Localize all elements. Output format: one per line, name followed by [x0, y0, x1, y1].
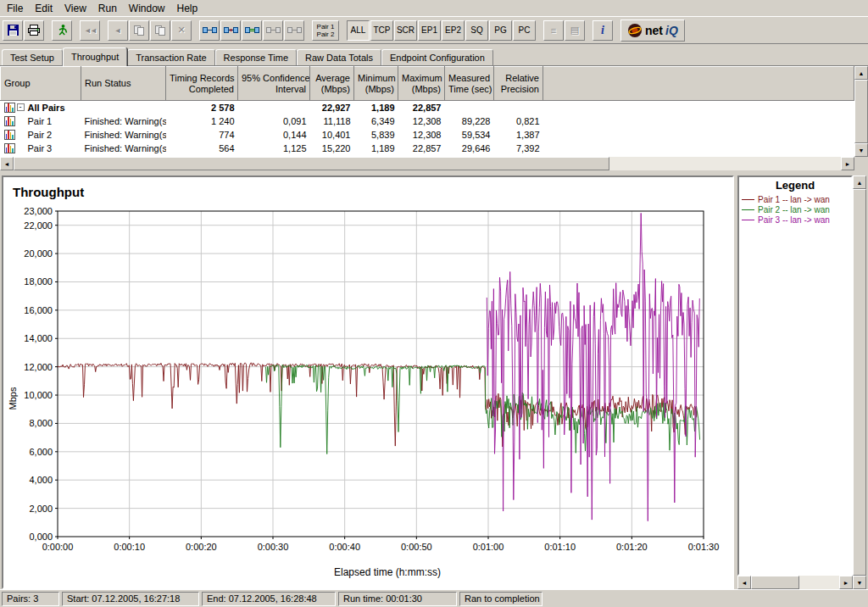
header-line2: (Mbps): [314, 84, 350, 95]
column-header-filler: [543, 67, 854, 101]
status-end-time: End: 07.12.2005, 16:28:48: [202, 592, 336, 606]
legend-hscroll-thumb[interactable]: [751, 576, 799, 589]
table-horizontal-scrollbar[interactable]: ◄ ►: [0, 157, 854, 170]
cell-precision: 0,821: [494, 114, 543, 128]
table-vertical-scrollbar[interactable]: ▲ ▼: [854, 66, 868, 157]
pair-disabled2-button[interactable]: [284, 20, 304, 41]
connect-pair-icon: [245, 24, 259, 36]
filter-button-ep1[interactable]: EP1: [418, 20, 441, 41]
tree-expander-icon[interactable]: -: [17, 103, 25, 111]
copy-button[interactable]: [129, 20, 149, 41]
delete-button[interactable]: ✕: [171, 20, 192, 41]
menu-view[interactable]: View: [58, 1, 92, 16]
tab-response-time[interactable]: Response Time: [215, 49, 297, 65]
run-test-button[interactable]: [52, 20, 72, 41]
legend-horizontal-scrollbar[interactable]: ◄ ►: [737, 576, 853, 589]
save-button[interactable]: [3, 20, 23, 41]
table-hscroll-thumb[interactable]: [14, 157, 609, 170]
cell-confidence: 0,091: [238, 114, 310, 128]
edit-pair-button[interactable]: [220, 20, 241, 41]
previous-icon: ◄: [114, 26, 122, 35]
pair-selector-button[interactable]: Pair 1 Pair 2: [312, 20, 339, 41]
scroll-down-icon[interactable]: ▼: [854, 143, 868, 157]
header-line1: Run Status: [85, 78, 162, 89]
tab-transaction-rate[interactable]: Transaction Rate: [127, 49, 214, 65]
column-header-group: Group: [1, 67, 81, 101]
table-row-all-pairs[interactable]: -All Pairs2 57822,9271,18922,857: [1, 101, 854, 114]
menu-file[interactable]: File: [1, 1, 29, 16]
series-pair-2: [266, 365, 700, 454]
cell-avg: 11,118: [310, 114, 354, 128]
delete-icon: ✕: [177, 25, 185, 36]
duplicate-button[interactable]: [150, 20, 170, 41]
legend-item-pair-1: Pair 1 -- lan -> wan: [739, 194, 851, 204]
svg-text:12,000: 12,000: [24, 362, 53, 372]
info-button[interactable]: i: [593, 20, 613, 41]
column-header-average: Average(Mbps): [310, 67, 354, 101]
legend-vertical-scrollbar[interactable]: ▲ ▼: [853, 175, 866, 589]
throughput-chart-panel: Throughput Mbps 0,0002,0004,0006,0008,00…: [2, 175, 734, 589]
scroll-left-icon[interactable]: ◄: [0, 157, 14, 170]
columns-view-button[interactable]: ▤: [565, 20, 585, 41]
filter-button-tcp[interactable]: TCP: [370, 20, 393, 41]
table-row-pair-1[interactable]: Pair 1Finished: Warning(s)1 2400,09111,1…: [1, 114, 854, 128]
scroll-right-icon[interactable]: ►: [839, 576, 853, 589]
filter-button-pg[interactable]: PG: [489, 20, 512, 41]
toolbar: ◄◄ ◄ ✕ Pair 1 Pair 2 ALLTCPSCREP1EP2SQPG…: [0, 16, 868, 44]
cell-run_status: Finished: Warning(s): [81, 142, 166, 155]
table-row-pair-3[interactable]: Pair 3Finished: Warning(s)5641,12515,220…: [1, 142, 854, 155]
menu-help[interactable]: Help: [171, 1, 204, 16]
filter-button-all[interactable]: ALL: [347, 20, 370, 41]
column-header-measured: MeasuredTime (sec): [445, 67, 494, 101]
print-button[interactable]: [24, 20, 44, 41]
filter-button-ep2[interactable]: EP2: [442, 20, 465, 41]
svg-text:4,000: 4,000: [29, 475, 53, 485]
svg-text:10,000: 10,000: [24, 390, 53, 400]
filter-button-pc[interactable]: PC: [513, 20, 536, 41]
previous-button[interactable]: ◄: [108, 20, 128, 41]
tab-endpoint-configuration[interactable]: Endpoint Configuration: [381, 49, 493, 65]
cell-filler: [543, 114, 854, 128]
scroll-left-icon[interactable]: ◄: [737, 576, 751, 589]
legend-vscroll-thumb[interactable]: [853, 189, 866, 576]
table-vscroll-thumb[interactable]: [854, 80, 868, 143]
status-bar: Pairs: 3Start: 07.12.2005, 16:27:18End: …: [0, 589, 868, 607]
tab-raw-data-totals[interactable]: Raw Data Totals: [297, 49, 381, 65]
filter-button-scr[interactable]: SCR: [394, 20, 417, 41]
menu-window[interactable]: Window: [123, 1, 171, 16]
rewind-icon: ◄◄: [84, 26, 96, 35]
cell-confidence: [238, 101, 310, 114]
add-pair-button[interactable]: [199, 20, 220, 41]
scroll-up-icon[interactable]: ▲: [854, 66, 868, 80]
column-header-maximum: Maximum(Mbps): [398, 67, 445, 101]
pair-chart-icon: [4, 130, 15, 140]
svg-text:20,000: 20,000: [24, 248, 53, 259]
header-line1: Average: [314, 73, 350, 84]
tab-throughput[interactable]: Throughput: [63, 47, 127, 66]
scroll-right-icon[interactable]: ►: [841, 157, 854, 170]
scroll-down-icon[interactable]: ▼: [853, 576, 866, 589]
legend-item-pair-3: Pair 3 -- lan -> wan: [739, 214, 851, 225]
connect-pair-button[interactable]: [242, 20, 262, 41]
header-line2: (Mbps): [402, 84, 441, 95]
chart-title: Throughput: [3, 177, 732, 204]
filter-button-sq[interactable]: SQ: [465, 20, 488, 41]
status-pairs-count: Pairs: 3: [2, 592, 59, 606]
svg-text:0:00:40: 0:00:40: [329, 542, 360, 552]
cell-precision: 7,392: [494, 142, 543, 155]
series-pair-1: [58, 363, 698, 447]
table-row-pair-2[interactable]: Pair 2Finished: Warning(s)7740,14410,401…: [1, 128, 854, 142]
tab-test-setup[interactable]: Test Setup: [2, 49, 63, 65]
rewind-button[interactable]: ◄◄: [80, 20, 100, 41]
list-view-button[interactable]: ≡: [543, 20, 564, 41]
svg-text:0:01:20: 0:01:20: [616, 542, 648, 552]
pair-disabled-button[interactable]: [263, 20, 283, 41]
legend-line-swatch: [742, 220, 754, 220]
menu-run[interactable]: Run: [92, 1, 123, 16]
legend-label: Pair 2 -- lan -> wan: [758, 205, 830, 214]
cell-avg: 10,401: [310, 128, 354, 142]
edit-pair-icon: [224, 24, 238, 36]
menu-edit[interactable]: Edit: [29, 1, 58, 16]
scroll-up-icon[interactable]: ▲: [853, 175, 866, 189]
pair-disabled-icon: [266, 24, 281, 36]
